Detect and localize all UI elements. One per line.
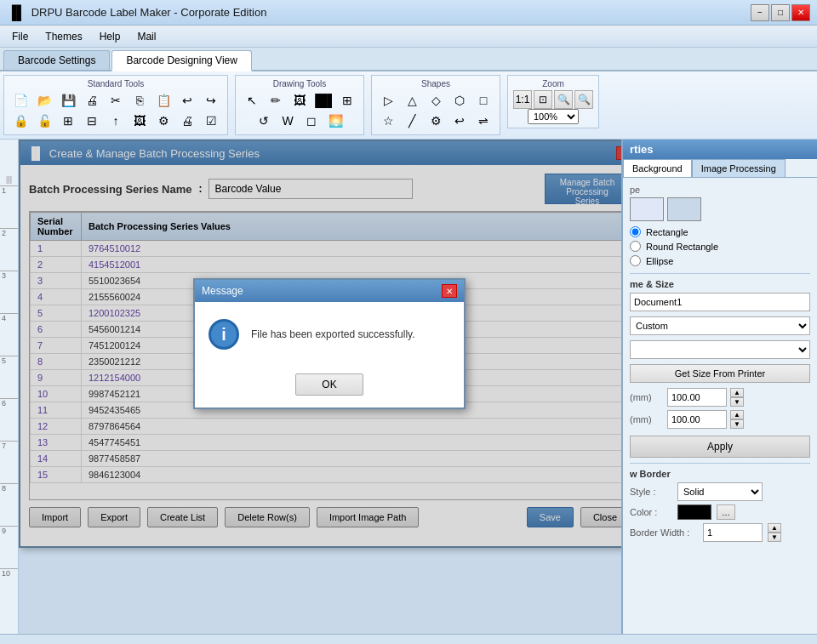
width-input[interactable] (667, 388, 727, 407)
shape-tool[interactable]: ◻ (300, 111, 323, 131)
tb-btn-e[interactable]: ↑ (105, 111, 127, 131)
tab-barcode-designing[interactable]: Barcode Designing View (111, 50, 252, 71)
img2-tool[interactable]: 🌅 (324, 111, 346, 131)
get-size-from-printer-btn[interactable]: Get Size From Printer (630, 364, 810, 383)
tb-btn-d[interactable]: ⊟ (81, 111, 103, 131)
rp-border-label: w Border (630, 469, 810, 479)
ruler-mark-4: 4 (0, 313, 18, 356)
rp-tab-image-processing[interactable]: Image Processing (692, 159, 786, 177)
menu-mail[interactable]: Mail (129, 28, 164, 45)
border-width-down[interactable]: ▼ (768, 533, 781, 542)
tb-btn-f[interactable]: 🖼 (129, 111, 151, 131)
shapes-label: Shapes (421, 79, 450, 88)
cut-button[interactable]: ✂ (105, 90, 127, 111)
select-tool[interactable]: ↖ (241, 90, 263, 111)
open-button[interactable]: 📂 (33, 90, 55, 111)
tb-btn-b[interactable]: 🔓 (33, 111, 55, 131)
standard-tools-row1: 📄 📂 💾 🖨 ✂ ⎘ 📋 ↩ ↪ (9, 90, 222, 111)
content-area: ▐▌ Create & Manage Batch Processing Seri… (19, 140, 621, 634)
color-boxes (630, 197, 810, 221)
message-close-btn[interactable]: ✕ (442, 284, 457, 298)
height-down-btn[interactable]: ▼ (730, 419, 744, 429)
rect-tool[interactable]: □ (472, 90, 494, 111)
ruler-icon: ||| (0, 174, 18, 185)
redo-button[interactable]: ↪ (200, 90, 222, 111)
size-dropdown[interactable]: Custom A4 Letter (630, 316, 810, 335)
height-up-btn[interactable]: ▲ (730, 410, 744, 419)
rp-tab-background[interactable]: Background (623, 159, 692, 177)
pencil-tool[interactable]: ✏ (265, 90, 287, 111)
border-style-row: Style : Solid Dashed Dotted (630, 482, 810, 501)
border-style-select[interactable]: Solid Dashed Dotted (677, 482, 763, 501)
border-color-row: Color : … (630, 504, 810, 520)
width-up-btn[interactable]: ▲ (730, 388, 744, 397)
line-tool[interactable]: ╱ (401, 111, 423, 131)
menu-themes[interactable]: Themes (37, 28, 90, 45)
diamond-tool[interactable]: ◇ (425, 90, 447, 111)
zoom-fit-btn[interactable]: ⊡ (534, 90, 552, 109)
tb-btn-i[interactable]: ☑ (200, 111, 222, 131)
border-color-swatch[interactable] (677, 504, 711, 520)
width-row: (mm) ▲ ▼ (630, 388, 810, 407)
radio-round-rectangle[interactable]: Round Rectangle (630, 241, 810, 252)
radio-ellipse-input[interactable] (630, 255, 641, 266)
doc-name-input[interactable] (630, 293, 810, 311)
tb-btn-a[interactable]: 🔒 (9, 111, 31, 131)
tb-btn-c[interactable]: ⊞ (57, 111, 79, 131)
border-width-up[interactable]: ▲ (768, 523, 781, 533)
message-title-bar: Message ✕ (195, 280, 464, 302)
message-overlay: Message ✕ i File has been exported succe… (19, 140, 621, 548)
menu-help[interactable]: Help (91, 28, 129, 45)
arrow-tool[interactable]: ▷ (377, 90, 399, 111)
save-button[interactable]: 💾 (57, 90, 79, 111)
size-dropdown-2[interactable] (630, 340, 810, 359)
curve-tool[interactable]: ↩ (448, 111, 471, 131)
apply-button[interactable]: Apply (630, 436, 810, 458)
print-button[interactable]: 🖨 (81, 90, 103, 111)
divider-1 (630, 273, 810, 274)
maximize-button[interactable]: □ (771, 4, 790, 21)
menu-file[interactable]: File (3, 28, 37, 45)
drawing-tools-row2: ↺ W ◻ 🌅 (253, 111, 346, 131)
new-button[interactable]: 📄 (9, 90, 31, 111)
radio-round-rect-input[interactable] (630, 241, 641, 252)
zoom-in-btn[interactable]: 🔍 (554, 90, 573, 109)
gear-shape[interactable]: ⚙ (425, 111, 447, 131)
width-down-btn[interactable]: ▼ (730, 397, 744, 407)
tb-btn-g[interactable]: ⚙ (152, 111, 174, 131)
ruler-mark-6: 6 (0, 398, 18, 441)
barcode-tool[interactable]: ▐█▌ (312, 90, 334, 111)
zoom-select[interactable]: 100% 75% 50% 150% (528, 109, 579, 124)
border-width-input[interactable] (703, 523, 763, 542)
flip-tool[interactable]: ⇌ (472, 111, 494, 131)
divider-2 (630, 463, 810, 464)
message-body: i File has been exported successfully. (195, 302, 464, 367)
radio-ellipse[interactable]: Ellipse (630, 255, 810, 266)
border-color-picker-btn[interactable]: … (717, 504, 735, 520)
color-box-1[interactable] (630, 197, 664, 221)
zoom-out-btn[interactable]: 🔍 (574, 90, 593, 109)
close-button[interactable]: ✕ (791, 4, 810, 21)
zoom-ratio-btn[interactable]: 1:1 (513, 90, 532, 109)
radio-rectangle-input[interactable] (630, 226, 641, 237)
star-tool[interactable]: ☆ (377, 111, 399, 131)
message-text: File has been exported successfully. (251, 328, 415, 340)
copy-button[interactable]: ⎘ (129, 90, 151, 111)
message-title-text: Message (202, 285, 243, 297)
tab-barcode-settings[interactable]: Barcode Settings (3, 50, 110, 70)
triangle-tool[interactable]: △ (401, 90, 423, 111)
undo-button[interactable]: ↩ (176, 90, 198, 111)
tb-btn-h[interactable]: 🖨 (176, 111, 198, 131)
ok-button[interactable]: OK (295, 373, 363, 396)
minimize-button[interactable]: − (751, 4, 769, 21)
image-tool[interactable]: 🖼 (289, 90, 311, 111)
qr-tool[interactable]: ⊞ (336, 90, 358, 111)
color-box-2[interactable] (667, 197, 701, 221)
hexagon-tool[interactable]: ⬡ (448, 90, 471, 111)
paste-button[interactable]: 📋 (152, 90, 174, 111)
text-tool[interactable]: W (277, 111, 299, 131)
rotate-tool[interactable]: ↺ (253, 111, 275, 131)
radio-rectangle[interactable]: Rectangle (630, 226, 810, 237)
ruler-mark-2: 2 (0, 228, 18, 271)
height-input[interactable] (667, 410, 727, 429)
